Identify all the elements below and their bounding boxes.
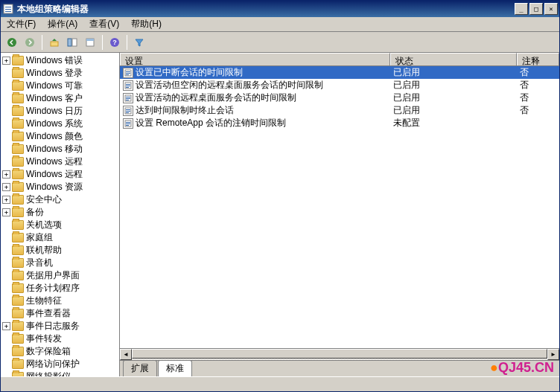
scroll-left-button[interactable]: ◄ <box>120 349 132 360</box>
cell-status: 未配置 <box>390 117 517 129</box>
folder-icon <box>12 334 24 344</box>
tree-item[interactable]: Windows 客户 <box>1 92 119 105</box>
list-row[interactable]: 设置已中断会话的时间限制已启用否 <box>120 66 559 79</box>
menu-help[interactable]: 帮助(H) <box>125 17 168 31</box>
tree-item[interactable]: +Windows 错误 <box>1 54 119 67</box>
tree-item-label: Windows 客户 <box>26 92 83 105</box>
cell-setting: 设置活动但空闲的远程桌面服务会话的时间限制 <box>120 79 390 91</box>
tree-item[interactable]: Windows 登录 <box>1 67 119 80</box>
tree-toggle-icon[interactable]: + <box>2 170 10 179</box>
tree-item[interactable]: Windows 移动 <box>1 143 119 155</box>
tree-panel[interactable]: +Windows 错误Windows 登录Windows 可靠Windows 客… <box>1 53 120 376</box>
svg-rect-32 <box>126 125 129 126</box>
menu-action[interactable]: 操作(A) <box>42 17 83 31</box>
policy-icon <box>123 118 133 129</box>
tree-toggle-icon[interactable]: + <box>2 208 10 216</box>
svg-rect-3 <box>5 11 11 12</box>
forward-button[interactable] <box>22 34 38 51</box>
scroll-thumb[interactable] <box>132 349 547 359</box>
tree-item[interactable]: Windows 日历 <box>1 105 119 118</box>
tree-toggle-icon[interactable]: + <box>2 57 10 65</box>
tab-standard[interactable]: 标准 <box>158 360 192 376</box>
tree-item-label: 录音机 <box>26 257 53 269</box>
list-row[interactable]: 设置活动的远程桌面服务会话的时间限制已启用否 <box>120 91 559 104</box>
cell-comment: 否 <box>517 66 559 79</box>
tree-item[interactable]: 网络投影仪 <box>1 370 119 376</box>
folder-icon <box>12 347 24 356</box>
app-icon <box>2 3 14 15</box>
tree-item[interactable]: 生物特征 <box>1 295 119 307</box>
tree-item[interactable]: 网络访问保护 <box>1 358 119 370</box>
tree-item[interactable]: 事件转发 <box>1 332 119 345</box>
column-status[interactable]: 状态 <box>390 53 517 65</box>
show-hide-tree-button[interactable] <box>64 34 80 51</box>
tree-item-label: Windows 远程 <box>26 155 83 168</box>
scroll-right-button[interactable]: ► <box>547 349 559 360</box>
folder-icon <box>12 157 24 167</box>
folder-icon <box>12 119 24 129</box>
tree-item[interactable]: 事件查看器 <box>1 307 119 320</box>
cell-setting: 设置已中断会话的时间限制 <box>120 66 390 79</box>
policy-icon <box>123 68 133 78</box>
tree-toggle-icon[interactable]: + <box>2 322 10 330</box>
tree-item[interactable]: 录音机 <box>1 257 119 269</box>
column-comment[interactable]: 注释 <box>517 53 559 65</box>
tree-toggle-icon[interactable]: + <box>2 183 10 191</box>
svg-rect-24 <box>126 100 129 100</box>
tree-item-label: 凭据用户界面 <box>26 269 80 282</box>
list-body[interactable]: 设置已中断会话的时间限制已启用否设置活动但空闲的远程桌面服务会话的时间限制已启用… <box>120 66 559 348</box>
list-scrollbar-h[interactable]: ◄ ► <box>120 348 559 360</box>
tree-item[interactable]: 关机选项 <box>1 219 119 231</box>
svg-rect-7 <box>68 39 71 46</box>
tree-item[interactable]: Windows 颜色 <box>1 130 119 143</box>
properties-button[interactable] <box>82 34 98 51</box>
tree-item[interactable]: +Windows 远程 <box>1 168 119 181</box>
tree-item[interactable]: +Windows 资源 <box>1 181 119 193</box>
back-button[interactable] <box>4 34 20 51</box>
list-row[interactable]: 达到时间限制时终止会话已启用否 <box>120 104 559 117</box>
tree-toggle-icon[interactable]: + <box>2 196 10 204</box>
tree-item[interactable]: +事件日志服务 <box>1 320 119 332</box>
list-row[interactable]: 设置活动但空闲的远程桌面服务会话的时间限制已启用否 <box>120 79 559 91</box>
svg-rect-10 <box>86 39 94 41</box>
folder-icon <box>12 258 24 268</box>
menu-view[interactable]: 查看(V) <box>83 17 125 31</box>
tree-item-label: Windows 登录 <box>26 67 83 80</box>
svg-rect-1 <box>5 7 11 7</box>
tree-item-label: 家庭组 <box>26 231 53 244</box>
tree-item[interactable]: +安全中心 <box>1 193 119 206</box>
svg-rect-19 <box>126 86 130 86</box>
titlebar: 本地组策略编辑器 _ □ × <box>1 1 559 17</box>
tree-item[interactable]: 凭据用户界面 <box>1 269 119 282</box>
maximize-button[interactable]: □ <box>529 3 543 15</box>
statusbar <box>1 376 559 391</box>
folder-icon <box>12 271 24 280</box>
tree-item[interactable]: Windows 可靠 <box>1 80 119 92</box>
tree-item[interactable]: 联机帮助 <box>1 244 119 257</box>
minimize-button[interactable]: _ <box>515 3 528 15</box>
column-setting[interactable]: 设置 <box>120 53 390 65</box>
folder-icon <box>12 68 24 78</box>
scroll-track[interactable] <box>132 349 547 360</box>
svg-rect-15 <box>126 73 130 74</box>
tree-item[interactable]: 数字保险箱 <box>1 345 119 358</box>
list-row[interactable]: 设置 RemoteApp 会话的注销时间限制未配置 <box>120 117 559 129</box>
svg-text:?: ? <box>112 39 117 46</box>
help-button[interactable]: ? <box>106 34 123 51</box>
tree-item-label: Windows 资源 <box>26 181 83 193</box>
menu-file[interactable]: 文件(F) <box>1 17 42 31</box>
policy-icon <box>123 80 133 91</box>
filter-button[interactable] <box>131 34 147 51</box>
tree-item[interactable]: Windows 系统 <box>1 118 119 130</box>
tree-item-label: Windows 日历 <box>26 105 83 118</box>
tree-item[interactable]: 任务计划程序 <box>1 282 119 295</box>
tree-item[interactable]: +备份 <box>1 206 119 219</box>
svg-rect-20 <box>126 87 129 88</box>
tree-item-label: Windows 系统 <box>26 118 83 130</box>
tab-extended[interactable]: 扩展 <box>123 360 157 376</box>
up-button[interactable] <box>46 34 63 51</box>
tree-item[interactable]: 家庭组 <box>1 231 119 244</box>
tree-item-label: Windows 颜色 <box>26 130 83 143</box>
tree-item[interactable]: Windows 远程 <box>1 155 119 168</box>
close-button[interactable]: × <box>544 3 558 15</box>
